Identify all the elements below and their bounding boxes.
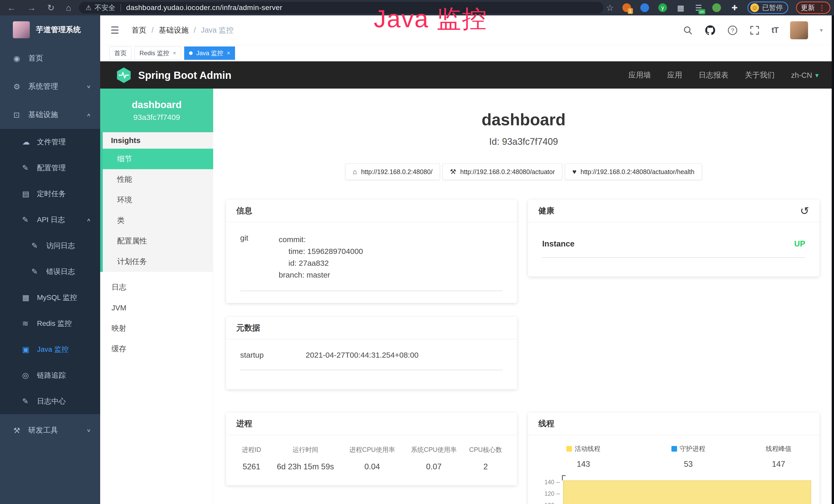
extension-on-icon[interactable]: ☰ on: [694, 3, 704, 13]
browser-nav: ← → ↻ ⌂: [7, 3, 71, 12]
sidebar-item-config[interactable]: ✎ 配置管理: [0, 155, 100, 181]
tab-home[interactable]: 首页: [109, 46, 132, 60]
instance-header[interactable]: dashboard 93a3fc7f7409: [100, 89, 213, 132]
y-tick-100: 100: [537, 502, 560, 504]
extension-orange-icon[interactable]: 1: [621, 3, 632, 13]
avatar-caret-icon[interactable]: ▾: [820, 27, 823, 33]
sidebar-item-tracing[interactable]: ◎ 链路追踪: [0, 362, 100, 388]
sba-item-logs[interactable]: 日志: [100, 277, 213, 298]
help-icon[interactable]: ?: [727, 25, 738, 36]
metadata-card: 元数据 startup 2021-04-27T00:44:31.254+08:0…: [226, 317, 517, 389]
app-title: 芋道管理系统: [36, 25, 81, 35]
fullscreen-icon[interactable]: [749, 25, 760, 36]
svg-text:?: ?: [731, 27, 734, 33]
actuator-url-button[interactable]: ⚒ http://192.168.0.2:48080/actuator: [443, 164, 563, 180]
threads-card-title: 线程: [528, 413, 819, 435]
sidebar-item-system[interactable]: ⚙ 系统管理 ∨: [0, 72, 100, 101]
sba-item-scheduled-tasks[interactable]: 计划任务: [103, 251, 213, 272]
address-bar[interactable]: ⚠ 不安全 dashboard.yudao.iocoder.cn/infra/a…: [79, 2, 603, 14]
y-tick-120: 120: [537, 490, 560, 497]
blue-swatch-icon: [672, 446, 677, 452]
health-row-instance[interactable]: Instance UP: [542, 239, 805, 258]
app-logo: [13, 21, 30, 38]
divider: [120, 4, 121, 11]
sba-item-classes[interactable]: 类: [103, 210, 213, 231]
page-title: dashboard: [213, 110, 834, 129]
sba-item-config-props[interactable]: 配置属性: [103, 231, 213, 251]
insights-group-label: Insights: [103, 132, 213, 148]
daemon-threads-value: 53: [639, 460, 738, 469]
sidebar-item-access-logs[interactable]: ✎ 访问日志: [0, 233, 100, 258]
user-avatar[interactable]: [790, 21, 808, 39]
health-url-button[interactable]: ♥ http://192.168.0.2:48080/actuator/heal…: [565, 164, 702, 180]
sidebar-item-jobs[interactable]: ▤ 定时任务: [0, 181, 100, 207]
screen: ← → ↻ ⌂ ⚠ 不安全 dashboard.yudao.iocoder.cn…: [0, 0, 834, 504]
sidebar-item-infra[interactable]: ⊡ 基础设施 ∧: [0, 101, 100, 129]
sba-item-jvm[interactable]: JVM: [100, 298, 213, 318]
chevron-down-icon: ∨: [86, 428, 91, 433]
sba-item-details[interactable]: 细节: [103, 148, 213, 169]
security-label[interactable]: 不安全: [94, 3, 115, 12]
history-icon[interactable]: ↺: [800, 205, 809, 217]
search-icon[interactable]: [683, 25, 693, 36]
close-icon[interactable]: ×: [227, 50, 230, 56]
bookmark-star-icon[interactable]: ☆: [606, 3, 614, 13]
breadcrumb-separator: /: [194, 26, 196, 35]
threads-card: 线程 活动线程 守护进程 线程峰值: [528, 413, 819, 504]
back-icon[interactable]: ←: [7, 3, 16, 12]
extensions-puzzle-icon[interactable]: ✚: [729, 3, 740, 13]
threads-legend-values: 143 53 147: [528, 460, 819, 469]
sidebar-item-mysql[interactable]: ▦ MySQL 监控: [0, 284, 100, 311]
breadcrumb-home[interactable]: 首页: [132, 25, 147, 36]
tab-redis-monitor[interactable]: Redis 监控 ×: [135, 46, 181, 60]
sba-nav-about[interactable]: 关于我们: [745, 70, 775, 81]
eye-icon: ◎: [22, 371, 37, 380]
collapse-sidebar-icon[interactable]: ☰: [110, 25, 119, 36]
sba-nav-journal[interactable]: 日志报表: [699, 70, 728, 81]
reload-icon[interactable]: ↻: [47, 3, 55, 12]
pen-square-icon: ✎: [22, 215, 37, 224]
profile-paused-chip[interactable]: ☺ 已暂停: [747, 2, 788, 14]
sba-item-environment[interactable]: 环境: [103, 190, 213, 210]
sba-brand[interactable]: Spring Boot Admin: [138, 70, 232, 81]
sidebar-item-redis[interactable]: ≋ Redis 监控: [0, 311, 100, 336]
sba-nav: 应用墙 应用 日志报表 关于我们 zh-CN ▾: [629, 70, 818, 81]
sidebar-item-error-logs[interactable]: ✎ 错误日志: [0, 258, 100, 284]
task-list-icon: ▤: [22, 189, 37, 198]
sba-sidebar-items: 日志 JVM 映射 缓存: [100, 272, 213, 359]
github-icon[interactable]: [705, 25, 716, 36]
extension-pin-icon[interactable]: [640, 3, 650, 13]
sidebar-item-files[interactable]: ☁ 文件管理: [0, 129, 100, 155]
browser-home-icon[interactable]: ⌂: [66, 3, 71, 12]
app-logo-row[interactable]: 芋道管理系统: [0, 16, 100, 44]
sidebar-item-home[interactable]: ◉ 首页: [0, 44, 100, 72]
update-button[interactable]: 更新 ⋮: [796, 2, 830, 14]
extension-y-icon[interactable]: y: [658, 3, 668, 13]
url-text[interactable]: dashboard.yudao.iocoder.cn/infra/admin-s…: [126, 4, 282, 12]
font-size-icon[interactable]: tT: [772, 25, 778, 35]
process-uptime: 6d 23h 15m 59s: [271, 462, 340, 472]
pen-square-icon: ✎: [22, 397, 37, 406]
close-icon[interactable]: ×: [173, 50, 176, 56]
sba-nav-applications[interactable]: 应用: [667, 70, 682, 81]
sidebar-item-java-monitor[interactable]: ▣ Java 监控: [0, 336, 100, 362]
extension-green-icon[interactable]: [711, 3, 722, 13]
dashboard-icon: ◉: [13, 54, 28, 63]
browser-menu-icon[interactable]: ⋮: [818, 4, 826, 12]
peak-threads-value: 147: [738, 460, 819, 469]
metadata-card-title: 元数据: [226, 317, 517, 339]
service-url-button[interactable]: ⌂ http://192.168.0.2:48080/: [345, 164, 440, 180]
sba-item-caches[interactable]: 缓存: [100, 339, 213, 359]
sba-item-metrics[interactable]: 性能: [103, 169, 213, 190]
locale-selector[interactable]: zh-CN ▾: [791, 71, 818, 79]
sba-nav-wallboard[interactable]: 应用墙: [629, 70, 651, 81]
extension-grid-icon[interactable]: ▦: [676, 3, 686, 13]
forward-icon[interactable]: →: [27, 3, 36, 12]
breadcrumb-infra[interactable]: 基础设施: [159, 25, 189, 36]
sba-item-mappings[interactable]: 映射: [100, 318, 213, 339]
sidebar-item-log-center[interactable]: ✎ 日志中心: [0, 388, 100, 414]
page-scrollbar[interactable]: [832, 16, 834, 504]
tab-java-monitor[interactable]: Java 监控 ×: [184, 46, 235, 60]
sidebar-item-dev-tools[interactable]: ⚒ 研发工具 ∨: [0, 416, 100, 444]
sidebar-item-api-logs[interactable]: ✎ API 日志 ∧: [0, 207, 100, 233]
